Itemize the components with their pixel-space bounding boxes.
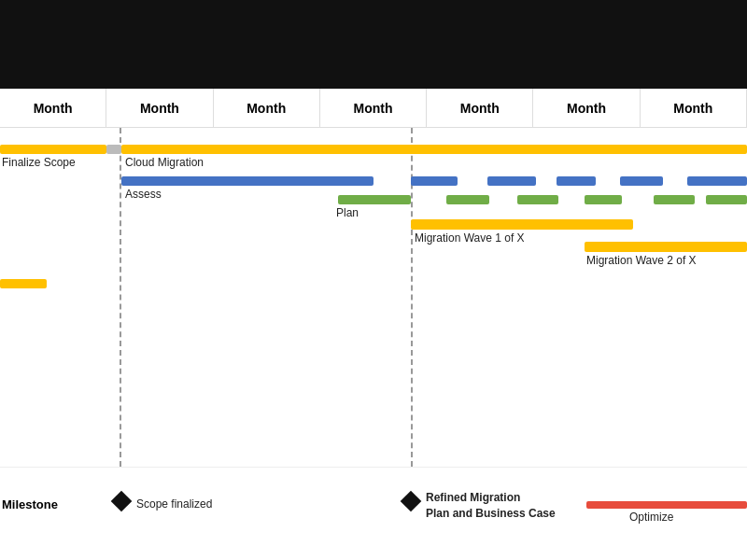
gantt-area: Finalize Scope Cloud Migration Assess Pl… bbox=[0, 128, 747, 467]
month-col-6: Month bbox=[533, 89, 640, 127]
wave2-bar bbox=[585, 242, 747, 252]
refined-migration-text: Refined MigrationPlan and Business Case bbox=[426, 490, 556, 522]
month-col-2: Month bbox=[106, 89, 213, 127]
month-col-4: Month bbox=[320, 89, 427, 127]
assess-blue-bar-1 bbox=[121, 176, 374, 186]
optimize-bar bbox=[586, 501, 747, 509]
plan-green-bar-5 bbox=[654, 195, 695, 204]
wave1-label: Migration Wave 1 of X bbox=[415, 231, 525, 245]
wave2-label: Migration Wave 2 of X bbox=[586, 254, 697, 267]
milestone-label: Milestone bbox=[2, 497, 58, 511]
plan-green-bar-2 bbox=[446, 195, 489, 204]
assess-blue-bar-4 bbox=[557, 176, 596, 186]
finalize-scope-gray-bar bbox=[106, 145, 121, 154]
cloud-migration-label: Cloud Migration bbox=[125, 156, 204, 169]
assess-blue-bar-3 bbox=[487, 176, 536, 186]
plan-green-bar-6 bbox=[706, 195, 747, 204]
assess-blue-bar-6 bbox=[687, 176, 747, 186]
scope-finalized-diamond bbox=[111, 491, 133, 512]
milestone-row: Milestone Scope finalized Refined Migrat… bbox=[0, 467, 747, 560]
plan-green-bar-3 bbox=[517, 195, 558, 204]
month-col-5: Month bbox=[427, 89, 533, 127]
assess-label: Assess bbox=[125, 188, 162, 201]
assess-blue-bar-5 bbox=[620, 176, 663, 186]
cloud-migration-orange-bar bbox=[121, 145, 747, 154]
plan-green-bar-1 bbox=[338, 195, 411, 204]
optimize-text: Optimize bbox=[629, 511, 673, 524]
wave1-bar bbox=[411, 219, 633, 230]
finalize-scope-orange-bar bbox=[0, 145, 106, 154]
month-header: Month Month Month Month Month Month Mont… bbox=[0, 89, 747, 128]
month-col-3: Month bbox=[214, 89, 320, 127]
assess-blue-bar-2 bbox=[411, 176, 458, 186]
top-banner bbox=[0, 0, 747, 89]
scope-finalized-text: Scope finalized bbox=[136, 497, 212, 511]
small-yellow-bar bbox=[0, 279, 47, 288]
refined-migration-diamond bbox=[401, 491, 422, 512]
plan-label: Plan bbox=[336, 206, 359, 219]
finalize-scope-label: Finalize Scope bbox=[2, 156, 76, 169]
plan-green-bar-4 bbox=[585, 195, 622, 204]
month-col-7: Month bbox=[641, 89, 747, 127]
month-col-1: Month bbox=[0, 89, 106, 127]
